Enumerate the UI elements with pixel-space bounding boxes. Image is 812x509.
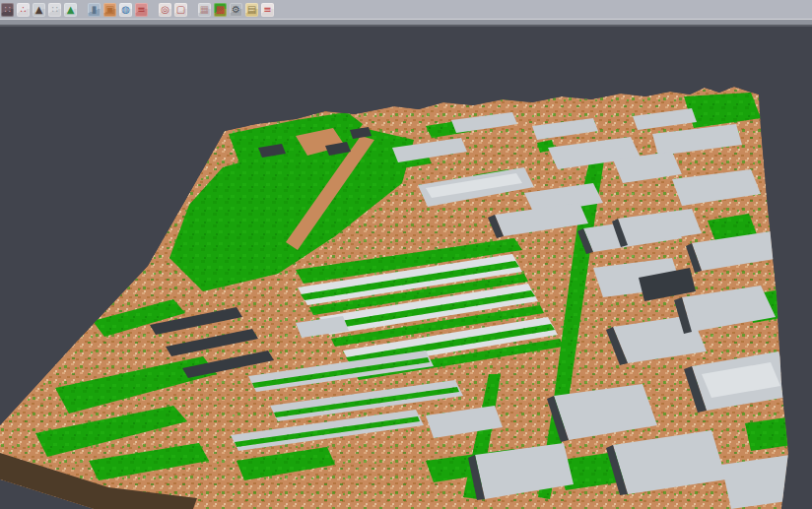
toolbar-separator (151, 3, 156, 17)
point-cloud-dark-icon-glyph: ∷ (4, 5, 10, 15)
ground-surface-icon[interactable]: ▣ (103, 3, 116, 17)
settings-gear-icon[interactable]: ⚙ (230, 3, 242, 17)
toolbar-separator (80, 3, 85, 17)
profile-section-icon-glyph: ▮ (92, 5, 98, 15)
settings-gear-icon-glyph: ⚙ (232, 5, 240, 15)
vegetation-right-low-texture (745, 417, 792, 451)
flag-striped-icon[interactable]: ≡ (261, 3, 274, 17)
toolbar-separator (190, 3, 195, 17)
selection-circle-icon-glyph: ◎ (161, 5, 169, 15)
point-cloud-dark-icon[interactable]: ∷ (1, 3, 14, 17)
toolbar-icons: ∷∴▲∷▲▮▣◍≡◎▢▦▩⚙▤≡ (1, 3, 274, 17)
classification-colors-icon-glyph: ▩ (216, 5, 225, 15)
classification-colors-icon[interactable]: ▩ (214, 3, 227, 17)
terrain-model[interactable] (0, 87, 800, 509)
report-tan-icon[interactable]: ▤ (245, 3, 258, 17)
crop-region-icon-glyph: ▢ (176, 5, 185, 15)
toolbar: ∷∴▲∷▲▮▣◍≡◎▢▦▩⚙▤≡ (0, 0, 812, 19)
3d-viewport[interactable] (0, 27, 812, 509)
attribute-table-icon-glyph: ≡ (137, 5, 145, 15)
points-sparse-icon[interactable]: ∷ (48, 3, 61, 17)
terrain-green-icon[interactable]: ▲ (64, 3, 77, 17)
terrain-scene (0, 27, 812, 509)
terrain-dark-icon-glyph: ▲ (35, 5, 43, 15)
crop-region-icon[interactable]: ▢ (174, 3, 187, 17)
report-tan-icon-glyph: ▤ (247, 5, 256, 15)
ground-surface-icon-glyph: ▣ (105, 5, 114, 15)
application-window: ∷∴▲∷▲▮▣◍≡◎▢▦▩⚙▤≡ (0, 0, 812, 509)
flag-striped-icon-glyph: ≡ (263, 5, 271, 15)
globe-icon-glyph: ◍ (121, 5, 130, 15)
attribute-table-icon[interactable]: ≡ (135, 3, 148, 17)
profile-section-icon[interactable]: ▮ (88, 3, 101, 17)
terrain-green-icon-glyph: ▲ (67, 5, 75, 15)
transparency-grid-icon-glyph: ▦ (200, 5, 209, 15)
classify-points-icon-glyph: ∴ (20, 5, 26, 15)
toolbar-edge-strip (0, 19, 812, 27)
classify-points-icon[interactable]: ∴ (17, 3, 30, 17)
points-sparse-icon-glyph: ∷ (51, 5, 57, 15)
terrain-dark-icon[interactable]: ▲ (33, 3, 45, 17)
globe-icon[interactable]: ◍ (119, 3, 132, 17)
transparency-grid-icon[interactable]: ▦ (198, 3, 211, 17)
selection-circle-icon[interactable]: ◎ (159, 3, 171, 17)
